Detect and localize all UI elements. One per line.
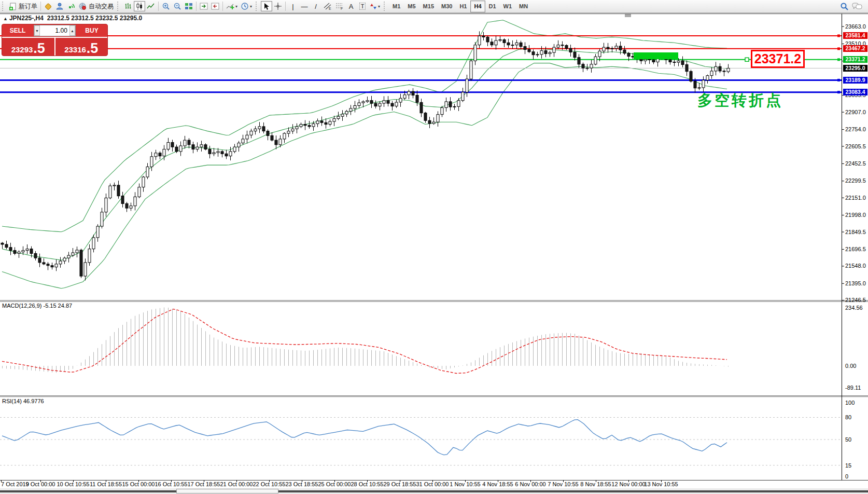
price-line-label: 23083.4	[843, 89, 867, 95]
arrows-button[interactable]: ▾	[368, 1, 382, 11]
price-tick: 22907.0	[845, 109, 866, 115]
virtual-hosting-button[interactable]	[54, 1, 65, 11]
price-line-label: 23295.0	[843, 65, 867, 72]
candlestick-chart-button[interactable]	[134, 1, 145, 11]
cursor-button[interactable]	[261, 1, 272, 11]
volume-increase-button[interactable]: ▲	[69, 25, 75, 36]
price-tick: 22299.5	[845, 177, 866, 184]
time-tick-label: 13 Nov 10:55	[644, 481, 678, 487]
horizontal-line-button[interactable]: —	[299, 1, 310, 11]
svg-text:E: E	[329, 7, 331, 10]
price-tick: 21395.0	[845, 280, 866, 286]
macd-axis-value: 234.56	[845, 305, 863, 311]
auto-scroll-button[interactable]	[198, 1, 209, 11]
svg-text:F: F	[341, 7, 343, 10]
zoom-in-button[interactable]	[160, 1, 172, 11]
chat-button[interactable]	[850, 1, 864, 11]
price-tick: 21696.5	[845, 246, 866, 252]
chart-canvas[interactable]	[0, 13, 868, 494]
trendline-button[interactable]: /	[310, 1, 321, 11]
volume-input[interactable]	[40, 25, 69, 36]
sell-price-main: 23293	[11, 45, 33, 55]
signals-icon	[67, 2, 75, 10]
symbol-timeframe: JPN225-,H4	[9, 15, 44, 22]
sell-button[interactable]: SELL	[2, 24, 33, 37]
rsi-axis-value: 100	[845, 400, 855, 406]
buy-button[interactable]: BUY	[76, 24, 107, 37]
timeframe-d1[interactable]: D1	[485, 1, 500, 12]
timeframe-h1[interactable]: H1	[456, 1, 470, 12]
new-order-icon	[9, 3, 17, 10]
time-tick-label: 25 Oct 00:00	[318, 481, 351, 487]
main-toolbar: 新订单 自动交易	[0, 0, 868, 13]
autotrading-label: 自动交易	[89, 2, 114, 11]
tile-windows-button[interactable]	[183, 1, 194, 11]
chart-shift-button[interactable]	[209, 1, 221, 11]
metaeditor-button[interactable]	[43, 1, 54, 11]
macd-label: MACD(12,26,9) -5.15 24.87	[2, 303, 72, 309]
text-button[interactable]: A	[345, 1, 357, 11]
timeframe-w1[interactable]: W1	[500, 1, 516, 12]
new-order-button[interactable]: 新订单	[7, 1, 39, 11]
scroll-position-marker[interactable]	[625, 14, 631, 17]
timeframe-m1[interactable]: M1	[389, 1, 404, 12]
timeframe-m15[interactable]: M15	[419, 1, 438, 12]
autotrading-button[interactable]: 自动交易	[77, 1, 115, 11]
line-chart-button[interactable]	[145, 1, 157, 11]
buy-price-button[interactable]: 23316.5	[55, 38, 108, 56]
caret-down-icon: ▾	[250, 4, 252, 9]
bar-chart-button[interactable]	[122, 1, 134, 11]
crosshair-button[interactable]	[272, 1, 284, 11]
collapse-icon[interactable]: ▲	[3, 16, 8, 21]
turning-point-note[interactable]: 多空转折点	[697, 90, 783, 111]
price-tick: 21246.5	[845, 297, 866, 303]
timeframe-m30[interactable]: M30	[438, 1, 456, 12]
virtual-hosting-icon	[55, 2, 64, 10]
text-label-button[interactable]: T	[357, 1, 368, 11]
equidistant-channel-button[interactable]: E	[321, 1, 333, 11]
ohlc-values: 23312.5 23312.5 23232.5 23295.0	[47, 15, 143, 22]
timeframe-mn[interactable]: MN	[515, 1, 531, 12]
scrollbar-track[interactable]	[0, 490, 176, 492]
indicators-add-icon	[226, 2, 234, 10]
timeframe-h4[interactable]: H4	[470, 1, 485, 12]
price-tick: 21548.0	[845, 263, 866, 269]
sell-price-pips: .5	[33, 42, 45, 55]
candlestick-chart-icon	[135, 2, 144, 10]
sell-price-button[interactable]: 23293.5	[2, 38, 55, 56]
mt4-window: 新订单 自动交易	[0, 0, 868, 494]
search-button[interactable]	[838, 1, 850, 11]
horizontal-line-icon: —	[301, 3, 308, 10]
tile-windows-icon	[185, 2, 193, 10]
zoom-out-button[interactable]	[172, 1, 183, 11]
chart-header: ▲JPN225-,H4 23312.5 23312.5 23232.5 2329…	[3, 15, 142, 22]
periods-button[interactable]: ▾	[239, 1, 254, 11]
signals-button[interactable]	[65, 1, 77, 11]
horizontal-scrollbar[interactable]	[0, 488, 868, 494]
price-tick: 21998.0	[845, 212, 866, 218]
time-tick-label: 10 Oct 10:55	[57, 481, 90, 487]
volume-decrease-button[interactable]: ▼	[34, 25, 40, 36]
clock-icon	[241, 2, 249, 10]
vertical-line-button[interactable]: |	[287, 1, 299, 11]
time-tick-label: 17 Oct 18:55	[188, 481, 220, 487]
time-tick-label: 15 Oct 00:00	[122, 481, 155, 487]
new-order-label: 新订单	[19, 2, 37, 11]
price-tick: 21849.5	[845, 229, 866, 235]
rsi-label: RSI(14) 46.9776	[2, 398, 44, 404]
fibonacci-button[interactable]: F	[333, 1, 345, 11]
arrows-icon	[370, 3, 377, 10]
price-callout-box[interactable]: 23371.2	[751, 50, 805, 68]
indicators-button[interactable]: ▾	[225, 1, 239, 11]
volume-stepper: ▼ ▲	[34, 25, 76, 36]
chart-region[interactable]: ▲JPN225-,H4 23312.5 23312.5 23232.5 2329…	[0, 13, 868, 494]
zoom-out-icon	[173, 2, 181, 10]
scrollbar-track[interactable]	[278, 490, 868, 492]
zoom-in-icon	[162, 2, 170, 10]
search-icon	[840, 2, 849, 11]
time-tick-label: 28 Oct 10:55	[351, 481, 384, 487]
scrollbar-thumb[interactable]	[176, 489, 278, 493]
timeframe-m5[interactable]: M5	[404, 1, 419, 12]
price-tick: 22605.5	[845, 143, 866, 149]
time-tick-label: 16 Oct 10:55	[155, 481, 188, 487]
